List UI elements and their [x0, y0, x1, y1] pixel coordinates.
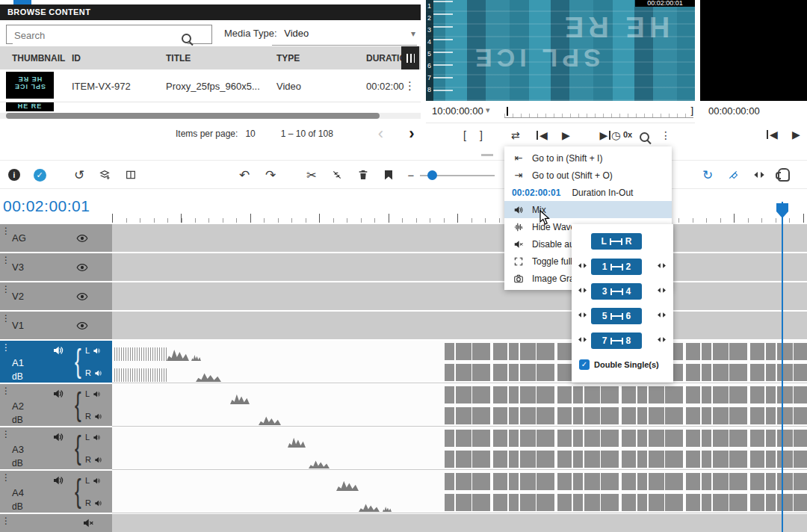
hand-tool-icon[interactable]: [774, 161, 794, 189]
program-step-back-icon[interactable]: ◀: [767, 129, 778, 140]
source-timecode[interactable]: 10:00:00:00: [432, 105, 483, 117]
visibility-eye-icon[interactable]: [76, 262, 88, 276]
audio-clip-lane[interactable]: [112, 427, 807, 449]
split-channels-icon[interactable]: [578, 335, 588, 345]
row-thumbnail[interactable]: HE RE SPL ICE: [6, 72, 54, 99]
menu-item-mix[interactable]: Mix: [504, 201, 672, 218]
split-channels-icon[interactable]: [578, 261, 588, 271]
split-channels-icon[interactable]: [657, 335, 667, 345]
channel-6[interactable]: 6: [427, 62, 431, 69]
program-timecode[interactable]: 00:00:00:00: [708, 105, 760, 117]
drag-handle-icon[interactable]: ⋮: [1, 517, 10, 525]
track-header-A4[interactable]: ⋮ A4 dB { L R: [0, 471, 112, 513]
delete-icon[interactable]: [353, 161, 373, 189]
track-header-A1[interactable]: ⋮ A1 dB { L R: [0, 341, 112, 383]
track-header-V2[interactable]: ⋮ V2: [0, 282, 112, 310]
search-box[interactable]: [6, 25, 212, 44]
track-lane-A4[interactable]: [112, 471, 807, 513]
drag-handle-icon[interactable]: ⋮: [1, 285, 10, 293]
audio-clip-lane[interactable]: [112, 471, 807, 492]
row-menu-icon[interactable]: ⋮: [404, 79, 415, 93]
track-lane-V3[interactable]: [112, 253, 807, 281]
video-clip[interactable]: [112, 312, 807, 339]
razor-icon[interactable]: [723, 161, 743, 189]
db-label[interactable]: dB: [12, 415, 23, 425]
audio-clip-segments[interactable]: [445, 451, 807, 468]
prev-page-icon[interactable]: ‹: [378, 124, 383, 143]
mix-button-1-2[interactable]: 12: [591, 259, 642, 275]
source-scrub-bar[interactable]: ]: [504, 107, 693, 118]
zoom-out-icon[interactable]: −: [401, 161, 421, 189]
track-header-AG[interactable]: ⋮ AG: [0, 224, 112, 252]
drag-handle-icon[interactable]: ⋮: [1, 227, 10, 235]
speaker-small-icon[interactable]: [94, 456, 102, 464]
video-clip[interactable]: [112, 282, 807, 310]
track-header-partial[interactable]: ⋮: [0, 514, 112, 532]
next-page-icon[interactable]: ›: [409, 124, 414, 143]
audio-clip-lane[interactable]: [112, 492, 807, 513]
speaker-small-icon[interactable]: [93, 390, 101, 398]
undo-icon[interactable]: ↶: [235, 161, 254, 189]
drag-handle-icon[interactable]: ⋮: [1, 344, 10, 351]
speed-gauge-icon[interactable]: ◷: [611, 129, 620, 141]
speaker-small-icon[interactable]: [94, 499, 102, 507]
zoom-slider-thumb[interactable]: [427, 170, 437, 180]
video-clip[interactable]: [112, 224, 807, 252]
trim-tool-icon[interactable]: [749, 161, 769, 189]
mix-button-7-8[interactable]: 78: [591, 332, 642, 349]
split-view-icon[interactable]: [121, 161, 140, 189]
track-lane-partial[interactable]: [112, 514, 807, 532]
speaker-small-icon[interactable]: [94, 369, 102, 377]
drag-handle-icon[interactable]: ⋮: [1, 387, 10, 395]
reset-rotate-icon[interactable]: ↺: [69, 161, 89, 189]
drag-handle-icon[interactable]: ⋮: [1, 256, 10, 264]
channel-5[interactable]: 5: [427, 50, 431, 58]
chevron-down-icon[interactable]: ▾: [411, 28, 415, 39]
split-channels-icon[interactable]: [657, 310, 667, 321]
row-thumbnail-partial[interactable]: HE RE: [6, 102, 54, 111]
info-icon[interactable]: i: [4, 161, 24, 189]
track-lane-A1[interactable]: [112, 341, 807, 383]
video-clip[interactable]: [112, 514, 807, 532]
db-label[interactable]: dB: [12, 458, 23, 468]
step-forward-icon[interactable]: ▶: [599, 129, 610, 141]
menu-item-duration-in-out[interactable]: 00:02:00:01 Duration In-Out: [504, 184, 672, 201]
channel-1[interactable]: 1: [427, 2, 431, 10]
speaker-muted-icon[interactable]: [82, 517, 94, 529]
split-channels-icon[interactable]: [578, 310, 588, 321]
mark-in-button[interactable]: [: [463, 129, 466, 141]
track-lane-V1[interactable]: [112, 312, 807, 339]
menu-item-go-to-out[interactable]: ⇥ Go to out (Shift + O): [504, 167, 672, 184]
visibility-eye-icon[interactable]: [76, 320, 88, 334]
source-preview-viewport[interactable]: HE RE SPL ICE 1 2 3 4 5 6 7 8 00:02:00:0…: [426, 0, 695, 101]
speaker-icon[interactable]: [52, 388, 64, 400]
track-header-A3[interactable]: ⋮ A3 dB { L R: [0, 427, 112, 469]
visibility-eye-icon[interactable]: [76, 291, 88, 305]
transport-menu-icon[interactable]: ⋮: [661, 129, 671, 141]
playhead-line[interactable]: [782, 202, 783, 532]
search-icon[interactable]: [182, 34, 191, 43]
speaker-small-icon[interactable]: [93, 433, 101, 442]
cut-icon[interactable]: ✂: [302, 161, 321, 189]
mix-button-LR[interactable]: LR: [591, 233, 642, 250]
track-lane-A3[interactable]: [112, 427, 807, 469]
program-preview-viewport[interactable]: [700, 0, 807, 101]
channel-4[interactable]: 4: [427, 38, 431, 46]
audio-clip-lane[interactable]: [112, 405, 807, 427]
drag-handle-icon[interactable]: ⋮: [1, 474, 10, 481]
add-layer-icon[interactable]: [95, 161, 114, 189]
speaker-small-icon[interactable]: [94, 412, 102, 421]
speed-value[interactable]: 0x: [623, 130, 632, 139]
audio-clip-lane[interactable]: [112, 341, 807, 362]
zoom-icon[interactable]: [640, 132, 649, 144]
h-scrollbar-thumb[interactable]: [6, 113, 380, 119]
unlink-icon[interactable]: [327, 161, 347, 189]
media-type-value[interactable]: Video: [284, 28, 309, 39]
loop-icon[interactable]: ⇄: [511, 129, 520, 141]
audio-clip-segments[interactable]: [445, 386, 807, 403]
play-button[interactable]: ▶: [562, 129, 570, 141]
audio-clip-segments[interactable]: [445, 494, 807, 511]
menu-item-go-to-in[interactable]: ⇤ Go to in (Shift + I): [504, 149, 672, 167]
track-lane-A2[interactable]: [112, 384, 807, 426]
program-play-button[interactable]: ▶: [792, 129, 800, 140]
